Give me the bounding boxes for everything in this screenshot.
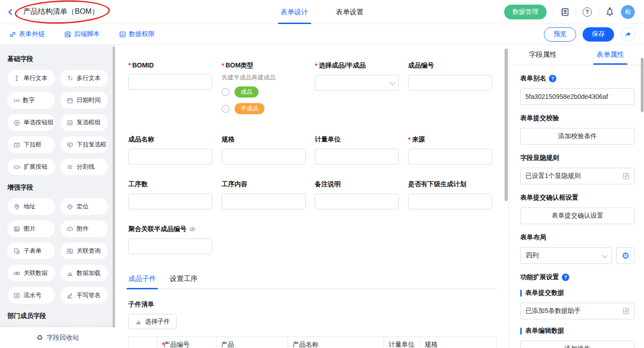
visibility-rules-box[interactable]: 已设置1个显隐规则 — [520, 168, 635, 184]
select-product-dropdown[interactable] — [315, 75, 399, 91]
field-item-serial-number[interactable]: 流水号 — [7, 287, 55, 304]
back-button[interactable] — [6, 8, 15, 16]
bom-type-helper-text: 先建半成品再建成品 — [222, 73, 306, 82]
radio-icon[interactable] — [222, 105, 229, 113]
data-manage-button[interactable]: 数据管理 — [504, 5, 547, 19]
radio-icon[interactable] — [222, 88, 229, 96]
divider — [576, 8, 576, 16]
help-icon[interactable]: ? — [562, 274, 569, 281]
tab-form-properties[interactable]: 表单属性 — [577, 45, 644, 65]
field-item-radio-group[interactable]: 单选按钮组 — [7, 114, 55, 131]
field-item-dropdown-multiselect[interactable]: 下拉复选框 — [60, 136, 108, 153]
field-item-locate[interactable]: 定位 — [60, 198, 108, 215]
field-product-name[interactable]: 成品名称 — [128, 135, 212, 165]
field-product-code[interactable]: 成品编号 — [408, 61, 492, 91]
field-item-linked-query[interactable]: 关联查询 — [60, 243, 108, 259]
share-button[interactable] — [620, 27, 635, 42]
add-validation-button[interactable]: 添加校验条件 — [520, 128, 635, 145]
process-content-input[interactable] — [222, 194, 306, 209]
remark-input[interactable] — [315, 194, 399, 209]
field-has-sub-plan[interactable]: 是否有下级生成计划 — [408, 180, 492, 209]
select-subparts-button[interactable]: 选择子件 — [128, 314, 177, 329]
process-count-input[interactable] — [128, 194, 212, 209]
preview-button[interactable]: 预览 — [544, 27, 576, 42]
help-icon[interactable]: ? — [583, 7, 592, 17]
form-row-3: 工序数 工序内容 备注说明 是否有下级生成计划 — [128, 180, 497, 209]
canvas-scrollbar[interactable] — [505, 49, 508, 201]
save-button[interactable]: 保存 — [583, 27, 614, 42]
edit-icon[interactable] — [622, 172, 630, 180]
field-process-content[interactable]: 工序内容 — [222, 180, 306, 209]
layout-select[interactable]: 四列 — [520, 247, 612, 264]
gear-icon: ⚙ — [621, 250, 629, 261]
field-item-divider-line[interactable]: 分割线 — [60, 159, 108, 175]
field-item-label: 多行文本 — [77, 74, 101, 82]
field-item-extend-button[interactable]: 扩展按钮 — [7, 159, 55, 175]
bom-type-option-finished[interactable]: 成品 — [222, 86, 306, 98]
form-alias-input[interactable] — [520, 88, 635, 105]
submit-data-text: 已添加5条数据助手 — [525, 307, 581, 315]
aggregate-code-input[interactable] — [128, 238, 212, 254]
field-item-image[interactable]: 图片 — [7, 220, 55, 237]
confirm-box-title: 表单提交确认框设置 — [520, 194, 635, 202]
field-recycle-bin[interactable]: ♻ 字段回收站 — [0, 327, 115, 348]
product-code-input[interactable] — [408, 75, 492, 91]
field-spec[interactable]: 规格 — [222, 135, 306, 165]
sidebar-scrollbar[interactable] — [113, 47, 115, 346]
required-mark: * — [315, 62, 317, 69]
field-item-handwritten-signature[interactable]: 手写签名 — [60, 287, 108, 304]
panel-scrollbar[interactable] — [641, 58, 644, 112]
field-item-dropdown[interactable]: 下拉框 — [7, 136, 55, 153]
layout-select-value: 四列 — [526, 251, 539, 260]
layout-gear-button[interactable]: ⚙ — [616, 247, 635, 264]
backend-script-button[interactable]: 后端脚本 — [64, 30, 100, 38]
tab-field-properties[interactable]: 字段属性 — [509, 45, 577, 65]
tab-finished-subparts[interactable]: 成品子件 — [128, 275, 156, 288]
field-item-attachment[interactable]: 附件 — [60, 220, 108, 237]
field-unit[interactable]: 计量单位 — [315, 135, 399, 165]
unit-input[interactable] — [315, 149, 399, 165]
edit-icon[interactable] — [622, 307, 630, 315]
user-avatar[interactable]: 检 — [621, 5, 635, 19]
field-source[interactable]: *来源 — [408, 135, 492, 165]
bom-type-option-semifinished[interactable]: 半成品 — [222, 103, 306, 114]
bomid-input[interactable] — [128, 74, 212, 90]
field-item-single-line-text[interactable]: 单行文本 — [7, 70, 55, 86]
confirm-settings-button[interactable]: 表单提交确认设置 — [520, 208, 635, 224]
tab-form-design[interactable]: 表单设计 — [267, 0, 322, 24]
form-external-link-button[interactable]: 表单外链 — [9, 30, 45, 38]
contacts-book-icon[interactable] — [560, 7, 569, 17]
field-bomid[interactable]: *BOMID — [128, 61, 212, 90]
field-item-address[interactable]: 地址 — [7, 198, 55, 215]
field-item-linked-data[interactable]: 关联数据 — [7, 265, 55, 281]
field-remark[interactable]: 备注说明 — [315, 180, 399, 209]
script-icon — [64, 31, 71, 38]
field-item-checkbox-group[interactable]: 复选框组 — [60, 114, 108, 131]
field-item-datetime[interactable]: 日期时间 — [60, 92, 108, 109]
field-label: 计量单位 — [315, 135, 341, 144]
field-item-subform[interactable]: 子表单 — [7, 243, 55, 259]
field-item-data-load[interactable]: 数据加载 — [60, 265, 108, 281]
help-icon[interactable]: ? — [549, 75, 556, 82]
tab-form-settings[interactable]: 表单设置 — [322, 0, 378, 24]
source-input[interactable] — [408, 149, 492, 165]
field-item-multi-line-text[interactable]: 多行文本 — [60, 70, 108, 86]
field-label: 备注说明 — [315, 180, 341, 189]
submit-data-box[interactable]: 已添加5条数据助手 — [520, 303, 635, 319]
field-item-number[interactable]: 123 数字 — [7, 92, 55, 109]
has-sub-plan-input[interactable] — [408, 194, 492, 209]
notification-bell-icon[interactable] — [605, 7, 614, 17]
submit-data-group-title: 表单提交数据 — [520, 289, 635, 297]
field-aggregate-code[interactable]: 聚合关联半成品编号 — [128, 225, 212, 254]
tab-setup-process[interactable]: 设置工序 — [170, 275, 198, 288]
app-header: 产品结构清单（BOM） 表单设计 表单设置 数据管理 ? — [0, 0, 644, 24]
data-permission-button[interactable]: 数据权限 — [119, 30, 155, 38]
subparts-list-title: 子件清单 — [128, 300, 497, 309]
field-item-label: 日期时间 — [77, 96, 101, 104]
add-operation-button[interactable]: 添加操作 — [520, 341, 635, 348]
field-select-product[interactable]: *选择成品/半成品 — [315, 61, 399, 91]
product-name-input[interactable] — [128, 149, 212, 165]
field-bom-type[interactable]: *BOM类型 先建半成品再建成品 成品 半成品 — [222, 61, 306, 120]
field-process-count[interactable]: 工序数 — [128, 180, 212, 209]
spec-input[interactable] — [222, 149, 306, 165]
